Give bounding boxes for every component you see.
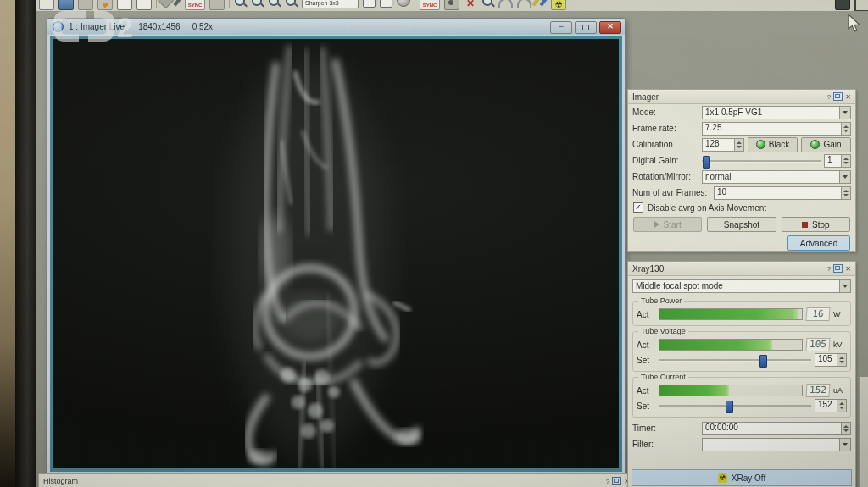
chevron-down-icon[interactable] bbox=[839, 280, 850, 292]
filter-combo[interactable] bbox=[702, 438, 851, 451]
xray-panel-title-bar[interactable]: Xray130 ? ✕ bbox=[628, 262, 855, 276]
spinner-arrows-icon[interactable] bbox=[837, 400, 846, 412]
tool-icon[interactable] bbox=[209, 0, 225, 10]
render-icon[interactable] bbox=[397, 0, 410, 7]
minimize-button[interactable]: – bbox=[550, 21, 572, 34]
digital-gain-spinner[interactable]: 1 bbox=[824, 154, 851, 168]
mode-value: 1x1 0.5pF VG1 bbox=[703, 108, 839, 117]
spinner-arrows-icon[interactable] bbox=[841, 123, 850, 135]
slider-track bbox=[659, 359, 811, 362]
timer-label: Timer: bbox=[632, 423, 698, 433]
annotate-icon[interactable] bbox=[173, 0, 184, 7]
imager-panel-title-bar[interactable]: Imager ? ✕ bbox=[628, 90, 855, 104]
pointer-tool-icon[interactable] bbox=[158, 0, 175, 8]
slider-track bbox=[702, 160, 821, 163]
dock-icon[interactable] bbox=[833, 264, 843, 273]
snapshot-button[interactable]: Snapshot bbox=[707, 217, 776, 232]
slider-track bbox=[659, 405, 811, 407]
tube-voltage-spinner[interactable]: 105 bbox=[815, 353, 847, 367]
stop-button[interactable]: Stop bbox=[782, 217, 850, 232]
spinner-arrows-icon[interactable] bbox=[841, 187, 850, 199]
timer-spinner[interactable]: 00:00:00 bbox=[702, 422, 851, 435]
tube-voltage-slider[interactable] bbox=[659, 354, 811, 366]
tube-current-spinner[interactable]: 152 bbox=[815, 399, 847, 412]
mode-combo[interactable]: 1x1 0.5pF VG1 bbox=[702, 106, 851, 119]
tube-current-label: Tube Current bbox=[638, 373, 688, 381]
dock-icon[interactable] bbox=[612, 477, 621, 485]
rotation-mirror-combo[interactable]: normal bbox=[702, 170, 851, 184]
black-calibration-button[interactable]: Black bbox=[748, 137, 798, 152]
act-label: Act bbox=[637, 386, 655, 396]
tv-watermark-logo: 2 bbox=[53, 8, 147, 44]
close-icon[interactable]: ✕ bbox=[845, 265, 851, 273]
spinner-arrows-icon[interactable] bbox=[734, 139, 743, 151]
frame-rate-value: 7.25 bbox=[703, 123, 841, 135]
digital-gain-slider[interactable] bbox=[702, 155, 821, 167]
photo-of-monitor: SYNC Sharpen 3x3 SYNC ✕ ☢ bbox=[0, 0, 868, 487]
histogram-title: Histogram bbox=[43, 477, 78, 485]
zoom-fit-icon[interactable] bbox=[268, 0, 281, 8]
slider-handle[interactable] bbox=[726, 401, 733, 413]
monitor-bezel bbox=[15, 0, 37, 487]
start-button[interactable]: Start bbox=[633, 217, 702, 232]
measure-zoom-icon[interactable] bbox=[481, 0, 494, 8]
frame-rate-spinner[interactable]: 7.25 bbox=[702, 122, 851, 136]
help-icon[interactable]: ? bbox=[827, 265, 831, 273]
tube-current-bar-fill bbox=[659, 385, 729, 396]
snapshot-button-label: Snapshot bbox=[724, 220, 760, 230]
digital-gain-label: Digital Gain: bbox=[632, 156, 698, 165]
undo-icon[interactable] bbox=[498, 0, 513, 8]
spinner-arrows-icon[interactable] bbox=[837, 354, 846, 366]
mode-label: Mode: bbox=[632, 108, 698, 117]
chevron-down-icon[interactable] bbox=[839, 439, 850, 451]
help-icon[interactable]: ? bbox=[606, 478, 609, 485]
volume-icon[interactable] bbox=[380, 0, 392, 8]
radiation-toolbar-icon[interactable]: ☢ bbox=[551, 0, 566, 10]
xray-off-button[interactable]: ☢ XRay Off bbox=[632, 469, 852, 486]
disable-avrg-checkbox[interactable]: ✓ bbox=[633, 202, 643, 213]
chevron-down-icon[interactable] bbox=[839, 171, 850, 183]
xray-off-button-label: XRay Off bbox=[732, 473, 765, 483]
zoom-level: 0.52x bbox=[192, 22, 213, 31]
tube-power-display: 16 bbox=[805, 307, 830, 321]
sync-icon-2[interactable]: SYNC bbox=[420, 0, 440, 10]
sharpen-filter-combo[interactable]: Sharpen 3x3 bbox=[302, 0, 359, 8]
avr-frames-spinner[interactable]: 10 bbox=[714, 186, 851, 200]
black-level-icon[interactable] bbox=[835, 0, 850, 10]
redo-icon[interactable] bbox=[517, 0, 531, 8]
timer-value: 00:00:00 bbox=[703, 423, 841, 434]
tube-power-group: Tube Power Act 16 W bbox=[632, 301, 851, 326]
stop-button-label: Stop bbox=[812, 220, 830, 230]
zoom-region-icon[interactable] bbox=[285, 0, 298, 8]
slider-handle[interactable] bbox=[760, 355, 767, 368]
dock-icon[interactable] bbox=[833, 92, 843, 101]
set-label: Set bbox=[637, 401, 655, 411]
frame-level-icon[interactable] bbox=[854, 0, 868, 12]
tube-voltage-label: Tube Voltage bbox=[638, 327, 688, 335]
close-icon[interactable]: ✕ bbox=[845, 93, 851, 101]
tube-current-slider[interactable] bbox=[659, 400, 811, 412]
xray-image-canvas[interactable] bbox=[50, 36, 622, 472]
gain-button-label: Gain bbox=[823, 140, 841, 149]
zoom-out-icon[interactable] bbox=[251, 0, 264, 8]
zoom-in-icon[interactable] bbox=[234, 0, 247, 8]
advanced-button[interactable]: Advanced bbox=[787, 235, 850, 251]
slider-handle[interactable] bbox=[703, 156, 710, 169]
gain-calibration-button[interactable]: Gain bbox=[801, 137, 851, 152]
toolbar-separator bbox=[156, 0, 157, 8]
calibration-spinner[interactable]: 128 bbox=[702, 138, 744, 152]
spinner-arrows-icon[interactable] bbox=[841, 155, 850, 167]
focal-spot-mode-combo[interactable]: Middle focal spot mode bbox=[632, 279, 851, 293]
delete-icon[interactable]: ✕ bbox=[464, 0, 477, 8]
snapshot-icon[interactable] bbox=[444, 0, 459, 10]
close-button[interactable]: ✕ bbox=[599, 21, 621, 34]
tube-current-group: Tube Current Act 152 uA Set bbox=[632, 377, 851, 418]
view-3d-icon[interactable] bbox=[363, 0, 376, 8]
ruler-icon[interactable] bbox=[539, 0, 550, 7]
act-label: Act bbox=[637, 310, 655, 319]
chevron-down-icon[interactable] bbox=[839, 107, 850, 119]
restore-button[interactable] bbox=[575, 21, 597, 34]
help-icon[interactable]: ? bbox=[827, 93, 831, 101]
spinner-arrows-icon[interactable] bbox=[841, 423, 850, 434]
sync-icon[interactable]: SYNC bbox=[185, 0, 205, 10]
